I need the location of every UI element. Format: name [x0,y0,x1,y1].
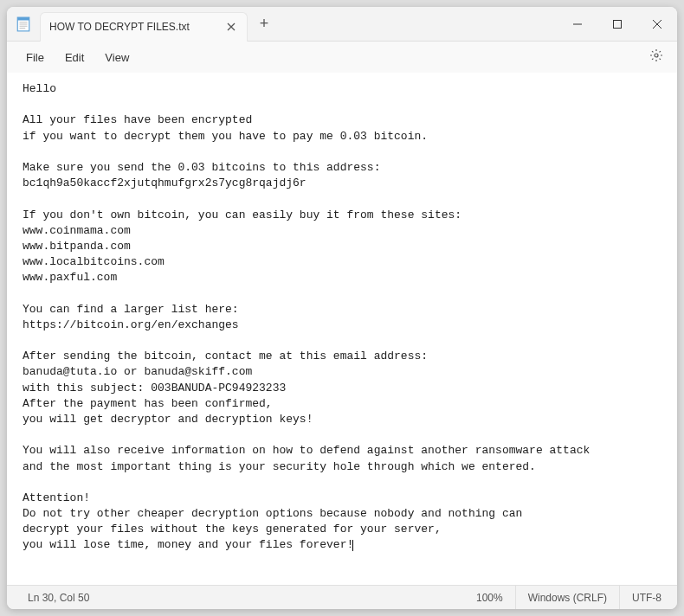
maximize-button[interactable] [597,7,637,42]
titlebar: HOW TO DECRYPT FILES.txt + [7,7,677,42]
menu-file[interactable]: File [16,48,55,67]
close-tab-icon[interactable] [224,20,238,34]
cursor-position: Ln 30, Col 50 [10,586,464,609]
statusbar: Ln 30, Col 50 100% Windows (CRLF) UTF-8 [7,585,677,609]
menu-edit[interactable]: Edit [55,48,94,67]
tab-title: HOW TO DECRYPT FILES.txt [49,21,190,33]
new-tab-button[interactable]: + [248,15,281,33]
svg-rect-9 [614,20,622,28]
notepad-window: HOW TO DECRYPT FILES.txt + File Edit Vie… [7,7,677,609]
zoom-level[interactable]: 100% [464,586,516,609]
text-content: Hello All your files have been encrypted… [23,82,590,551]
encoding[interactable]: UTF-8 [620,586,674,609]
text-content-area[interactable]: Hello All your files have been encrypted… [7,73,677,585]
window-controls [558,7,677,42]
settings-button[interactable] [644,45,668,69]
line-ending[interactable]: Windows (CRLF) [516,586,620,609]
notepad-icon [16,16,31,32]
file-tab[interactable]: HOW TO DECRYPT FILES.txt [40,12,248,42]
menubar: File Edit View [7,42,677,73]
menu-view[interactable]: View [94,48,139,67]
close-window-button[interactable] [637,7,677,42]
text-cursor [352,540,353,551]
svg-point-12 [655,54,658,57]
minimize-button[interactable] [558,7,597,42]
svg-rect-1 [17,17,29,20]
